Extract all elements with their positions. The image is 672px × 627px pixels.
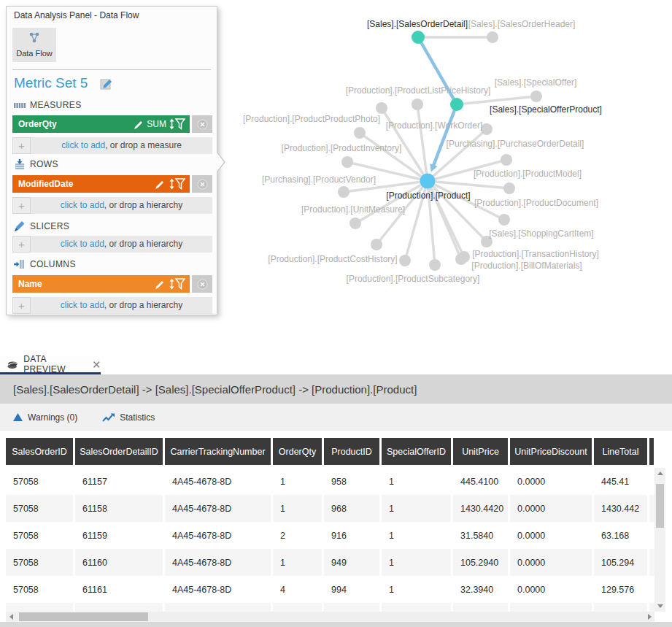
graph-node-sales-order-header[interactable] [487, 31, 498, 43]
graph-edge [428, 181, 487, 242]
horizontal-scroll-thumb[interactable] [19, 612, 148, 621]
scroll-up-button[interactable] [654, 468, 665, 479]
column-pill-name[interactable]: Name [12, 275, 190, 293]
pencil-icon[interactable] [134, 120, 144, 129]
header-cell-SalesOrderDetailID[interactable]: SalesOrderDetailID [75, 438, 163, 465]
table-cell: 105.294 [594, 549, 647, 576]
add-slicer-row: + click to add, or drop a hierarchy [12, 236, 212, 253]
header-cell-ProductID[interactable]: ProductID [324, 438, 379, 465]
table-cell: 968 [324, 495, 379, 522]
table-row-partial [6, 603, 655, 612]
horizontal-scrollbar[interactable] [6, 612, 654, 622]
table-cell: 4A45-4678-8D [165, 522, 271, 549]
row-remove-button[interactable] [192, 175, 212, 193]
add-measure-hint[interactable]: click to add, or drop a measure [31, 137, 212, 154]
scroll-right-button[interactable] [644, 612, 654, 622]
table-cell: 1 [273, 468, 322, 495]
remove-circle-x-icon [197, 279, 208, 290]
add-column-hint[interactable]: click to add, or drop a hierarchy [31, 297, 212, 314]
statistics-button[interactable]: Statistics [102, 412, 155, 423]
warnings-button[interactable]: Warnings (0) [13, 412, 77, 423]
scroll-left-button[interactable] [6, 612, 16, 622]
graph-node-product-inventory[interactable] [341, 156, 353, 168]
add-measure-plus-button[interactable]: + [12, 137, 31, 154]
table-cell: 949 [324, 549, 379, 576]
sort-filter-icon[interactable] [169, 178, 185, 190]
graph-node-work-order[interactable] [481, 123, 493, 135]
panel-title: Data Analysis Panel - Data Flow [14, 10, 139, 20]
table-cell: 2 [273, 522, 322, 549]
tab-label: DATA PREVIEW [23, 354, 88, 374]
table-body: 57058611574A45-4678-8D19581445.41000.000… [6, 468, 655, 612]
graph-node-product[interactable] [420, 174, 436, 189]
column-remove-button[interactable] [192, 275, 212, 293]
graph-node-node-a[interactable] [376, 102, 387, 114]
measure-pill-orderqty[interactable]: OrderQty SUM [12, 115, 190, 133]
table-row: 57058611584A45-4678-8D196811430.44200.00… [6, 495, 655, 522]
table-cell: 1 [273, 549, 322, 576]
tab-data-preview[interactable]: DATA PREVIEW [0, 356, 101, 374]
graph-node-purchase-order-detail[interactable] [501, 154, 512, 166]
remove-circle-x-icon [197, 119, 208, 130]
preview-tabbar: DATA PREVIEW [0, 356, 672, 374]
measure-name: OrderQty [18, 119, 57, 129]
remove-circle-x-icon [197, 179, 208, 190]
pencil-icon[interactable] [155, 280, 165, 289]
header-cell-clipped[interactable] [649, 438, 654, 465]
graph-node-product-list-price-history[interactable] [412, 99, 423, 110]
graph-edge [376, 181, 428, 245]
measure-remove-button[interactable] [192, 115, 212, 133]
table-cell: 445.41 [594, 468, 647, 495]
header-cell-UnitPriceDiscount[interactable]: UnitPriceDiscount [510, 438, 592, 465]
header-cell-LineTotal[interactable]: LineTotal [594, 438, 647, 465]
table-cell: 1 [382, 468, 451, 495]
graph-node-product-cost-history[interactable] [399, 255, 411, 266]
tab-close-icon[interactable] [93, 361, 101, 369]
data-flow-tool-button[interactable]: Data Flow [12, 28, 56, 62]
preview-toolbar: Warnings (0) Statistics [0, 404, 672, 431]
add-column-plus-button[interactable]: + [12, 297, 31, 314]
graph-node-shopping-cart-item[interactable] [481, 236, 493, 247]
add-slicer-plus-button[interactable]: + [12, 236, 31, 253]
table-cell: 61158 [75, 495, 163, 522]
vertical-scroll-thumb[interactable] [656, 484, 664, 528]
graph-node-bill-of-materials[interactable] [455, 253, 467, 265]
sort-filter-icon[interactable] [169, 118, 185, 130]
add-row-hint[interactable]: click to add, or drop a hierarchy [31, 197, 212, 214]
graph-node-product-model[interactable] [503, 182, 515, 194]
pencil-icon[interactable] [155, 180, 165, 189]
add-row-plus-button[interactable]: + [12, 197, 31, 214]
graph-node-special-offer-product[interactable] [450, 98, 463, 111]
row-pill-modifieddate[interactable]: ModifiedDate [12, 175, 190, 193]
header-cell-SalesOrderID[interactable]: SalesOrderID [6, 438, 73, 465]
table-cell: 4A45-4678-8D [165, 576, 271, 603]
graph-node-product-document[interactable] [498, 214, 510, 226]
vertical-scrollbar[interactable] [654, 468, 665, 612]
statistics-icon [102, 413, 115, 422]
graph-node-special-offer[interactable] [530, 91, 542, 102]
table-cell: 1 [382, 522, 451, 549]
graph-node-unit-measure[interactable] [349, 218, 361, 229]
header-cell-UnitPrice[interactable]: UnitPrice [453, 438, 508, 465]
graph-node-sales-order-detail[interactable] [412, 31, 425, 44]
metric-set-edit-button[interactable] [100, 77, 115, 93]
table-cell: 57058 [6, 522, 73, 549]
graph-node-node-b[interactable] [371, 239, 382, 250]
header-cell-CarrierTrackingNumber[interactable]: CarrierTrackingNumber [165, 438, 271, 465]
graph-node-product-product-photo[interactable] [354, 127, 366, 139]
sort-filter-icon[interactable] [169, 278, 185, 290]
panel-divider [12, 69, 211, 70]
table-cell: 4A45-4678-8D [165, 549, 271, 576]
slicers-icon [14, 220, 26, 232]
header-cell-SpecialOfferID[interactable]: SpecialOfferID [382, 438, 451, 465]
table-cell: 32.3940 [453, 576, 508, 603]
data-preview-table: SalesOrderIDSalesOrderDetailIDCarrierTra… [6, 438, 655, 612]
graph-node-product-vendor[interactable] [338, 186, 349, 198]
table-header-row: SalesOrderIDSalesOrderDetailIDCarrierTra… [6, 438, 655, 465]
graph-node-product-subcategory[interactable] [429, 259, 441, 271]
add-slicer-hint[interactable]: click to add, or drop a hierarchy [31, 236, 212, 253]
table-cell: 1430.4420 [453, 495, 508, 522]
scroll-down-button[interactable] [654, 601, 665, 612]
header-cell-OrderQty[interactable]: OrderQty [273, 438, 322, 465]
table-cell: 4 [273, 576, 322, 603]
